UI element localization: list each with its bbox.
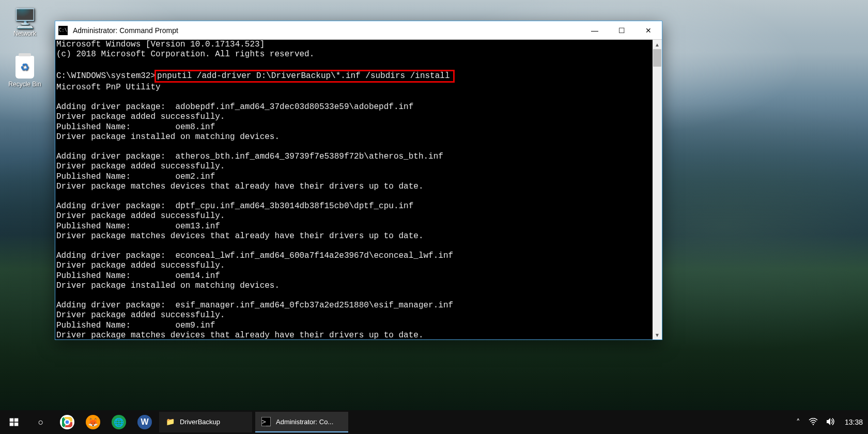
console-line: Adding driver package: adobepdf.inf_amd6… xyxy=(56,102,413,112)
taskbar-item-explorer[interactable]: 📁 DriverBackup xyxy=(159,412,252,432)
taskbar-item-cmd[interactable]: >_ Administrator: Co... xyxy=(255,412,348,432)
recycle-bin-icon: ♻ xyxy=(16,56,34,79)
chrome-icon xyxy=(60,415,74,429)
taskbar-firefox[interactable]: 🦊 xyxy=(81,410,105,434)
search-icon: ○ xyxy=(38,417,44,428)
console-line: Driver package installed on matching dev… xyxy=(56,281,280,290)
console-line: Published Name: oem13.inf xyxy=(56,222,220,231)
highlighted-command: pnputil /add-driver D:\DriverBackup\*.in… xyxy=(154,70,455,83)
console-line: Driver package added successfully. xyxy=(56,311,225,320)
desktop[interactable]: 🖥️ Network ♻ Recycle Bin C:\ Administrat… xyxy=(0,0,868,434)
console-line: Microsoft PnP Utility xyxy=(56,83,161,92)
console-line: Driver package added successfully. xyxy=(56,211,225,221)
console-line: Driver package installed on matching dev… xyxy=(56,132,280,142)
console-line: Driver package added successfully. xyxy=(56,162,225,171)
command-prompt-window[interactable]: C:\ Administrator: Command Prompt — ☐ ✕ … xyxy=(55,21,662,340)
taskbar-item-label: Administrator: Co... xyxy=(276,418,333,426)
volume-icon[interactable] xyxy=(826,417,835,427)
console-line: Adding driver package: dptf_cpu.inf_amd6… xyxy=(56,202,413,211)
console-line: Published Name: oem9.inf xyxy=(56,321,215,330)
console-line: Published Name: oem2.inf xyxy=(56,172,215,181)
console-line: Driver package matches devices that alre… xyxy=(56,182,424,191)
console-line: Adding driver package: econceal_lwf.inf_… xyxy=(56,251,453,260)
scroll-up-icon[interactable]: ▲ xyxy=(653,40,662,49)
scroll-down-icon[interactable]: ▼ xyxy=(653,330,662,339)
svg-rect-3 xyxy=(14,423,19,426)
svg-rect-0 xyxy=(10,419,14,422)
console-line: Driver package added successfully. xyxy=(56,112,225,121)
console-line: Adding driver package: atheros_bth.inf_a… xyxy=(56,152,443,161)
scrollbar[interactable]: ▲ ▼ xyxy=(653,40,662,339)
close-button[interactable]: ✕ xyxy=(635,21,662,39)
svg-rect-2 xyxy=(10,423,14,426)
maximize-button[interactable]: ☐ xyxy=(608,21,635,39)
console-line: Driver package matches devices that alre… xyxy=(56,331,424,339)
console-line: Driver package added successfully. xyxy=(56,261,225,270)
taskbar[interactable]: ○ 🦊 🌐 W 📁 DriverBackup >_ Administrator:… xyxy=(0,410,868,434)
taskbar-clock[interactable]: 13:38 xyxy=(840,418,868,426)
globe-icon: 🌐 xyxy=(112,415,126,429)
svg-point-10 xyxy=(813,424,814,425)
taskbar-browser[interactable]: 🌐 xyxy=(106,410,131,434)
console-line: Driver package matches devices that alre… xyxy=(56,231,424,241)
console-line: Adding driver package: esif_manager.inf_… xyxy=(56,301,453,310)
word-icon: W xyxy=(137,415,152,429)
taskbar-chrome[interactable] xyxy=(55,410,80,434)
window-title: Administrator: Command Prompt xyxy=(73,26,178,35)
console-line: Published Name: oem8.inf xyxy=(56,122,215,132)
svg-rect-1 xyxy=(14,419,19,422)
taskbar-item-label: DriverBackup xyxy=(180,418,220,426)
console-line: (c) 2018 Microsoft Corporation. All righ… xyxy=(56,50,314,59)
window-controls: — ☐ ✕ xyxy=(581,21,662,39)
windows-logo-icon xyxy=(9,417,19,427)
console-line: Published Name: oem14.inf xyxy=(56,271,220,281)
wifi-icon[interactable] xyxy=(809,418,818,427)
titlebar[interactable]: C:\ Administrator: Command Prompt — ☐ ✕ xyxy=(55,21,662,40)
cmd-icon: C:\ xyxy=(58,26,68,35)
minimize-button[interactable]: — xyxy=(581,21,608,39)
folder-icon: 📁 xyxy=(165,417,175,426)
start-button[interactable] xyxy=(0,410,28,434)
network-icon: 🖥️ xyxy=(4,9,45,28)
tray-chevron-icon[interactable]: ˄ xyxy=(796,417,800,427)
desktop-icon-label: Recycle Bin xyxy=(8,81,41,88)
console-output[interactable]: Microsoft Windows [Version 10.0.17134.52… xyxy=(55,40,653,339)
desktop-icon-network[interactable]: 🖥️ Network xyxy=(4,9,45,37)
console-line: Microsoft Windows [Version 10.0.17134.52… xyxy=(56,40,265,49)
console-prompt: C:\WINDOWS\system32> xyxy=(56,71,156,81)
system-tray[interactable]: ˄ xyxy=(792,410,840,434)
scroll-thumb[interactable] xyxy=(653,49,661,67)
desktop-icon-recycle-bin[interactable]: ♻ Recycle Bin xyxy=(4,56,45,88)
firefox-icon: 🦊 xyxy=(86,415,100,429)
taskbar-search[interactable]: ○ xyxy=(28,410,54,434)
cmd-icon: >_ xyxy=(261,417,271,426)
taskbar-word[interactable]: W xyxy=(132,410,157,434)
desktop-icon-label: Network xyxy=(13,30,36,37)
